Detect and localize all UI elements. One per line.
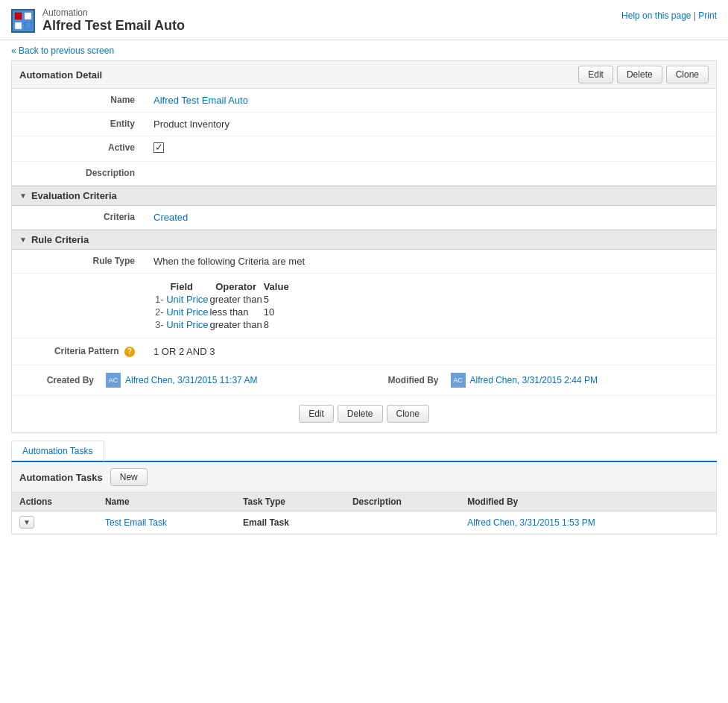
edit-button-bottom[interactable]: Edit [299,405,334,423]
active-value [146,136,716,161]
task-name-link[interactable]: Test Email Task [105,517,167,528]
rule-field-cell: 3- Unit Price [155,319,209,330]
help-icon[interactable]: ? [124,347,135,357]
col-field: Field [155,281,209,292]
automation-detail-section: Automation Detail Edit Delete Clone Name… [11,60,717,433]
detail-section-header: Automation Detail Edit Delete Clone [12,61,716,89]
criteria-label: Criteria [12,206,146,229]
header-titles: Automation Alfred Test Email Auto [42,7,185,34]
criteria-link[interactable]: Created [153,212,188,223]
tasks-tabs: Automation Tasks [11,441,717,462]
rule-num: 2- [155,306,164,318]
action-dropdown[interactable]: ▼ [19,516,34,529]
rule-table-spacer [12,274,146,338]
evaluation-criteria-section-header[interactable]: ▼ Evaluation Criteria [12,186,716,206]
header-left: Automation Alfred Test Email Auto [11,7,185,34]
print-link[interactable]: Print [698,10,717,21]
tasks-section-title: Automation Tasks [19,472,103,483]
entity-row: Entity Product Inventory [12,113,716,136]
active-checkbox [153,142,164,153]
evaluation-criteria-title: Evaluation Criteria [31,190,117,201]
rule-value-cell: 8 [264,319,289,330]
rule-table-row: 3- Unit Price greater than 8 [155,319,289,330]
detail-buttons: Edit Delete Clone [578,66,709,83]
task-type-text: Email Task [243,517,289,528]
modified-by-item: Modified By AC Alfred Chen, 3/31/2015 2:… [364,373,709,388]
tasks-section-header: Automation Tasks New [12,462,716,493]
rule-field-link[interactable]: Unit Price [166,294,208,305]
page-title: Alfred Test Email Auto [42,18,185,34]
rule-type-value: When the following Criteria are met [146,250,716,273]
delete-button-bottom[interactable]: Delete [338,405,383,423]
tasks-table-header-row: Actions Name Task Type Description Modif… [12,493,716,511]
rule-criteria-section-header[interactable]: ▼ Rule Criteria [12,230,716,250]
bottom-buttons: Edit Delete Clone [12,396,716,432]
criteria-pattern-row: Criteria Pattern ? 1 OR 2 AND 3 [12,338,716,365]
created-by-item: Created By AC Alfred Chen, 3/31/2015 11:… [19,373,364,388]
col-actions: Actions [12,493,98,511]
rule-criteria-title: Rule Criteria [31,234,89,245]
tasks-table: Actions Name Task Type Description Modif… [12,493,716,534]
back-link[interactable]: « Back to previous screen [11,45,114,56]
active-label: Active [12,136,146,161]
description-value [146,162,716,185]
task-modified-link[interactable]: Alfred Chen, 3/31/2015 1:53 PM [467,517,595,528]
app-icon [11,9,35,33]
rule-num: 1- [155,294,164,305]
name-row: Name Alfred Test Email Auto [12,89,716,113]
rule-table: Field Operator Value 1- Unit Price great… [153,280,291,332]
rule-operator-cell: greater than [210,294,262,305]
dropdown-arrow-icon: ▼ [23,518,31,526]
rule-table-row: Field Operator Value 1- Unit Price great… [12,274,716,338]
svg-rect-1 [25,13,31,19]
svg-rect-3 [25,22,31,29]
modified-by-avatar: AC [451,373,466,388]
rule-type-row: Rule Type When the following Criteria ar… [12,250,716,274]
edit-button-top[interactable]: Edit [578,66,613,83]
rule-table-row: 1- Unit Price greater than 5 [155,294,289,305]
rule-type-label: Rule Type [12,250,146,273]
name-link[interactable]: Alfred Test Email Auto [153,95,248,106]
rule-table-container: Field Operator Value 1- Unit Price great… [146,274,716,338]
created-by-avatar: AC [106,373,121,388]
tasks-section: Automation Tasks New Actions Name Task T… [11,462,717,535]
detail-section-title: Automation Detail [19,69,102,81]
rule-field-link[interactable]: Unit Price [166,306,208,318]
svg-rect-0 [15,13,22,19]
name-value: Alfred Test Email Auto [146,89,716,112]
task-description-cell [345,511,460,534]
col-modified-by: Modified By [460,493,716,511]
main-content: Automation Detail Edit Delete Clone Name… [0,60,728,546]
rule-num: 3- [155,319,164,330]
rule-operator-cell: less than [210,306,262,318]
rule-table-row: 2- Unit Price less than 10 [155,306,289,318]
entity-value: Product Inventory [146,113,716,136]
col-name: Name [98,493,235,511]
help-link[interactable]: Help on this page [621,10,691,21]
back-link-container: « Back to previous screen [0,40,728,60]
rule-field-link[interactable]: Unit Price [166,319,208,330]
tab-automation-tasks[interactable]: Automation Tasks [11,441,104,462]
delete-button-top[interactable]: Delete [617,66,662,83]
svg-rect-2 [15,22,22,29]
created-by-label: Created By [19,375,94,385]
tasks-tabs-container: Automation Tasks Automation Tasks New Ac… [11,441,717,535]
modified-by-value: Alfred Chen, 3/31/2015 2:44 PM [470,375,598,385]
col-task-type: Task Type [235,493,345,511]
clone-button-top[interactable]: Clone [666,66,709,83]
task-name-cell: Test Email Task [98,511,235,534]
criteria-pattern-value: 1 OR 2 AND 3 [146,340,716,363]
rule-value-cell: 5 [264,294,289,305]
active-row: Active [12,136,716,162]
name-label: Name [12,89,146,112]
new-task-button[interactable]: New [110,468,148,486]
col-operator: Operator [210,281,262,292]
description-label: Description [12,162,146,185]
meta-row: Created By AC Alfred Chen, 3/31/2015 11:… [12,365,716,396]
clone-button-bottom[interactable]: Clone [387,405,429,423]
description-row: Description [12,162,716,186]
criteria-row: Criteria Created [12,206,716,230]
modified-by-label: Modified By [364,375,439,385]
criteria-pattern-label-text: Criteria Pattern [54,346,119,356]
task-type-cell: Email Task [235,511,345,534]
